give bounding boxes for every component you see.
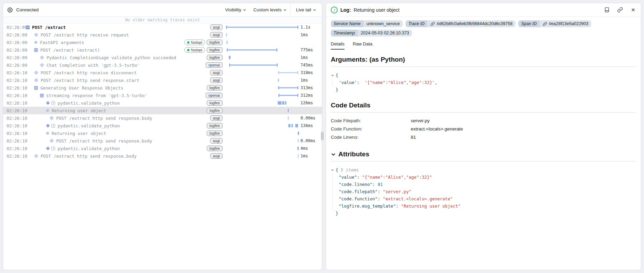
- tag-asgi[interactable]: asgi: [210, 77, 223, 83]
- badge-trace-id[interactable]: Trace ID#d62b8fc0a6eb3fb56844dc20d6c3975…: [406, 20, 515, 27]
- trace-row-label: Returning user object: [52, 108, 106, 113]
- duration-bar-segment: [288, 124, 290, 127]
- duration-bar-segment: [278, 101, 282, 105]
- duration-bar-segment: [226, 33, 227, 36]
- tag-openai[interactable]: openai: [206, 62, 223, 68]
- tag-fastapi[interactable]: fastapi: [184, 47, 205, 53]
- expand-span-icon[interactable]: [46, 124, 50, 128]
- trace-row[interactable]: 02:26:09POST /extract (extract)fastapilo…: [3, 46, 322, 54]
- duration-bar-track: [226, 145, 298, 152]
- duration-bar-track: [226, 122, 298, 129]
- trace-row-timestamp: 02:26:10: [3, 146, 23, 151]
- trace-row-label: POST /extract http receive request: [41, 32, 129, 38]
- trace-row-tags: logfire: [207, 100, 223, 106]
- trace-row[interactable]: 02:26:09FastAPI argumentsfastapilogfire: [3, 39, 322, 46]
- tag-logfire[interactable]: logfire: [207, 130, 223, 136]
- chevron-down-icon: [283, 8, 287, 12]
- trace-row-tags: fastapilogfire: [184, 40, 223, 45]
- tag-openai[interactable]: openai: [206, 93, 223, 98]
- duration-bar-track: [226, 69, 298, 76]
- trace-row[interactable]: 02:26:10Generating User Response Objects…: [3, 84, 322, 92]
- badge-timestamp: Timestamp2024-05-03 02:26:10.373: [331, 30, 412, 36]
- trace-row[interactable]: 02:26:10POST /extract http send response…: [3, 76, 322, 84]
- tab-raw-data[interactable]: Raw Data: [353, 41, 372, 50]
- tab-details[interactable]: Details: [331, 41, 345, 50]
- trace-row[interactable]: 02:26:10pydantic.validate_pythonlogfire4…: [3, 145, 322, 152]
- tag-logfire[interactable]: logfire: [207, 85, 223, 91]
- tag-asgi[interactable]: asgi: [210, 32, 223, 38]
- settings-gear-icon[interactable]: [7, 7, 13, 13]
- badge-span-id[interactable]: Span ID#ea28f13e5a022903: [518, 20, 591, 27]
- trace-row-label: POST /extract http receive disconnect: [41, 70, 136, 75]
- tag-asgi[interactable]: asgi: [210, 153, 223, 159]
- span-kind-icons: [34, 86, 38, 90]
- expand-span-icon[interactable]: [46, 101, 50, 105]
- tag-logfire[interactable]: logfire: [207, 108, 223, 113]
- tag-logfire[interactable]: logfire: [207, 100, 223, 106]
- trace-row[interactable]: 02:26:10POST /extract http send response…: [3, 114, 322, 122]
- divider: [331, 161, 636, 161]
- duration-bar-track: [226, 99, 298, 107]
- badge-value-text: unknown_service: [367, 21, 400, 26]
- trace-row-timestamp: 02:26:10: [3, 101, 23, 106]
- tag-logfire[interactable]: logfire: [207, 146, 223, 151]
- span-diamond-icon: [34, 71, 38, 74]
- pydantic-icon: [51, 124, 55, 128]
- tag-asgi[interactable]: asgi: [210, 138, 223, 144]
- tag-logfire[interactable]: logfire: [207, 55, 223, 60]
- copy-link-icon[interactable]: [617, 7, 623, 13]
- collapse-span-icon[interactable]: [26, 25, 30, 29]
- trace-row[interactable]: 02:26:10Returning user objectlogfire: [3, 107, 322, 114]
- duration-bar-segment: [297, 147, 299, 150]
- trace-row-duration: 775ms: [300, 48, 320, 52]
- trace-row-duration: 312ms: [300, 93, 320, 98]
- trace-row-duration: 745ms: [300, 63, 320, 67]
- dock-panel-icon[interactable]: [604, 7, 610, 13]
- trace-row[interactable]: 02:26:09POST /extract http receive reque…: [3, 31, 322, 39]
- trace-row-label: Chat Completion with 'gpt-3.5-turbo': [47, 63, 140, 68]
- trace-row[interactable]: 02:26:10streaming response from 'gpt-3.5…: [3, 92, 322, 99]
- trace-row[interactable]: 02:26:10POST /extract http send response…: [3, 137, 322, 145]
- expand-span-icon[interactable]: [46, 146, 50, 150]
- code-details-heading: Code Details: [331, 102, 636, 109]
- badge-label: Service Name: [331, 20, 364, 27]
- custom-levels-dropdown[interactable]: Custom levels: [250, 3, 290, 17]
- tag-logfire[interactable]: logfire: [207, 47, 223, 53]
- visibility-dropdown[interactable]: Visibility: [222, 3, 250, 17]
- attributes-heading[interactable]: Attributes: [331, 150, 636, 158]
- trace-row-timestamp: 02:26:10: [3, 154, 23, 159]
- arguments-heading: Arguments: (as Python): [331, 56, 636, 63]
- tag-asgi[interactable]: asgi: [210, 24, 223, 30]
- duration-bar-track: [226, 107, 298, 114]
- trace-row[interactable]: 02:26:10pydantic.validate_pythonlogfire1…: [3, 122, 322, 129]
- trace-row-timestamp: 02:26:10: [3, 131, 23, 136]
- trace-row[interactable]: 02:26:09POST /extractasgi1.1s: [3, 23, 322, 31]
- collapse-toggle-icon[interactable]: [331, 74, 336, 77]
- trace-row[interactable]: 02:26:10POST /extract http send response…: [3, 152, 322, 160]
- span-kind-icons: [34, 79, 38, 82]
- trace-row[interactable]: 02:26:10POST /extract http receive disco…: [3, 69, 322, 76]
- trace-row[interactable]: 02:26:09Chat Completion with 'gpt-3.5-tu…: [3, 61, 322, 69]
- tag-logfire[interactable]: logfire: [207, 40, 223, 45]
- log-dot-icon: [46, 132, 49, 135]
- attr-key: "value": [339, 175, 357, 180]
- duration-bar-track: [226, 31, 298, 39]
- tag-fastapi[interactable]: fastapi: [184, 40, 205, 45]
- trace-row-tags: asgi: [210, 24, 223, 30]
- tag-asgi[interactable]: asgi: [210, 70, 223, 75]
- trace-row[interactable]: 02:26:10Returning user objectlogfire: [3, 129, 322, 137]
- trace-row-tags: asgi: [210, 153, 223, 159]
- live-tail-dropdown[interactable]: Live tail: [290, 3, 322, 17]
- arguments-code-block: {'value': '{"name":"Alice","age":32}',}: [331, 70, 636, 97]
- collapse-toggle-icon[interactable]: [331, 168, 336, 172]
- trace-row[interactable]: 02:26:10pydantic.validate_pythonlogfire1…: [3, 99, 322, 107]
- trace-row[interactable]: 02:26:09Pydantic CompletionUsage validat…: [3, 54, 322, 61]
- link-small-icon: [543, 22, 547, 26]
- tag-asgi[interactable]: asgi: [210, 115, 223, 121]
- tag-logfire[interactable]: logfire: [207, 123, 223, 128]
- panel-resize-handle[interactable]: ::::: [321, 132, 324, 140]
- close-icon[interactable]: ✕: [630, 7, 636, 13]
- log-kind-label: Log:: [340, 7, 351, 13]
- duration-bar-track: [226, 129, 298, 137]
- badge-value: unknown_service: [364, 20, 403, 27]
